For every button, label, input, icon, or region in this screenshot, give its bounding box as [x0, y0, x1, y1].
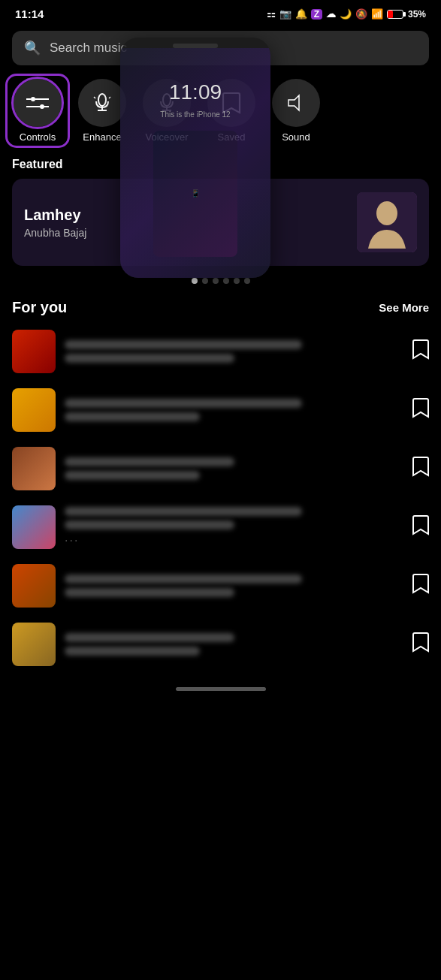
- enhance-label: Enhance: [83, 131, 121, 143]
- search-placeholder: Search music: [50, 41, 127, 56]
- dot-6[interactable]: [244, 278, 250, 284]
- wifi-icon: 📶: [371, 8, 383, 20]
- see-more-button[interactable]: See More: [379, 301, 429, 314]
- for-you-title: For you: [12, 299, 67, 316]
- dot-3[interactable]: [213, 278, 219, 284]
- svg-point-0: [31, 97, 35, 101]
- bottom-bar: [0, 674, 441, 704]
- list-item[interactable]: [0, 381, 441, 439]
- status-time: 11:14: [15, 8, 44, 20]
- list-item[interactable]: ···: [0, 498, 441, 556]
- list-thumbnail-2: [12, 388, 56, 432]
- blurred-title-3: [65, 457, 234, 466]
- blurred-title-2: [65, 399, 302, 408]
- enhance-icon-circle: [78, 79, 126, 127]
- toolbar-item-sound[interactable]: Sound: [266, 79, 326, 143]
- sound-icon-circle: [272, 79, 320, 127]
- controls-icon-circle: [14, 79, 62, 127]
- dot-5[interactable]: [234, 278, 240, 284]
- status-bar: 11:14 ⚏ 📷 🔔 Z ☁ 🌙 🔕 📶 35%: [0, 0, 441, 25]
- bookmark-icon-3[interactable]: [412, 456, 429, 481]
- home-indicator: [176, 687, 266, 691]
- list-thumbnail-5: [12, 564, 56, 608]
- list-item[interactable]: [0, 322, 441, 381]
- blurred-title-1: [65, 340, 302, 349]
- toolbar-item-controls[interactable]: Controls: [8, 76, 68, 146]
- list-text-3: [65, 457, 403, 480]
- list-thumbnail-4: [12, 505, 56, 549]
- bookmark-icon-2[interactable]: [412, 397, 429, 423]
- list-item[interactable]: [0, 615, 441, 674]
- bookmark-icon-1[interactable]: [412, 339, 429, 364]
- featured-subtitle: Anubha Bajaj: [24, 227, 86, 239]
- bookmark-icon-4[interactable]: [412, 514, 429, 540]
- list-item[interactable]: [0, 439, 441, 498]
- sound-label: Sound: [282, 131, 310, 143]
- notification-icon: 🔔: [295, 8, 307, 20]
- blurred-title-5: [65, 574, 302, 583]
- list-text-1: [65, 340, 403, 363]
- list-text-6: [65, 633, 403, 656]
- dot-1[interactable]: [192, 278, 198, 284]
- blurred-subtitle-3: [65, 471, 200, 480]
- blurred-subtitle-6: [65, 647, 200, 656]
- battery-text: 35%: [408, 9, 426, 20]
- dot-2[interactable]: [202, 278, 208, 284]
- blurred-subtitle-1: [65, 354, 234, 363]
- featured-title: Lamhey: [24, 207, 86, 224]
- battery-indicator: 35%: [387, 9, 426, 20]
- controls-label: Controls: [20, 131, 56, 143]
- for-you-header: For you See More: [0, 290, 441, 322]
- cloud-icon: ☁: [326, 8, 336, 20]
- phone-screenshot-overlay: 11:09 This is the iPhone 12 📱: [120, 38, 270, 278]
- blurred-title-4: [65, 507, 302, 516]
- svg-line-10: [109, 97, 110, 98]
- svg-line-9: [94, 97, 95, 98]
- moon-icon: 🌙: [340, 8, 352, 20]
- list-text-2: [65, 399, 403, 421]
- list-item[interactable]: [0, 556, 441, 615]
- bookmark-icon-5[interactable]: [412, 573, 429, 599]
- svg-point-16: [376, 201, 397, 225]
- list-text-4: ···: [65, 507, 403, 547]
- mute-icon: 🔕: [355, 8, 367, 20]
- list-text-5: [65, 574, 403, 597]
- phone-screen: 11:09 This is the iPhone 12 📱: [120, 48, 270, 278]
- status-icons: ⚏ 📷 🔔 Z ☁ 🌙 🔕 📶 35%: [267, 8, 426, 20]
- z-icon: Z: [311, 9, 322, 20]
- instagram-icon: 📷: [279, 8, 291, 20]
- dot-4[interactable]: [223, 278, 229, 284]
- blurred-title-6: [65, 633, 234, 642]
- blurred-subtitle-2: [65, 412, 200, 421]
- featured-text: Lamhey Anubha Bajaj: [24, 207, 86, 239]
- featured-art: [357, 192, 417, 252]
- svg-point-6: [98, 94, 106, 106]
- svg-marker-14: [288, 95, 299, 110]
- svg-point-1: [40, 104, 44, 109]
- list-thumbnail-6: [12, 623, 56, 666]
- blurred-subtitle-4: [65, 520, 234, 529]
- grid-icon: ⚏: [267, 8, 276, 20]
- search-icon: 🔍: [24, 40, 41, 56]
- list-thumbnail-3: [12, 447, 56, 490]
- list-thumbnail-1: [12, 330, 56, 373]
- bookmark-icon-6[interactable]: [412, 632, 429, 657]
- blurred-subtitle-5: [65, 588, 234, 597]
